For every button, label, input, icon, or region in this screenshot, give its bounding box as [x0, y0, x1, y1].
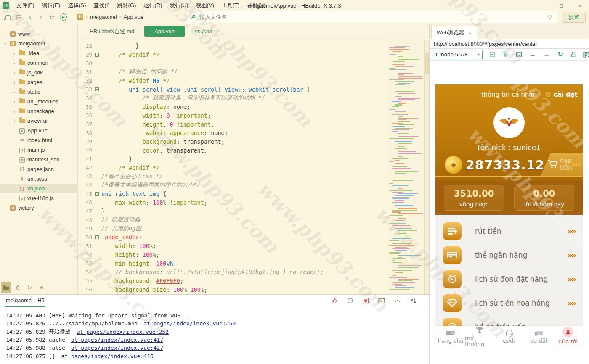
new-terminal-icon[interactable] — [378, 298, 385, 304]
scrollbar-thumb[interactable] — [425, 53, 429, 74]
chevron-collapsed-icon[interactable]: › — [12, 109, 17, 114]
tab-HBuilderX自述.md[interactable]: HBuilderX自述.md — [80, 26, 144, 37]
tree-item-App.vue[interactable]: VApp.vue — [0, 126, 77, 135]
tree-item-index.html[interactable]: <>index.html — [0, 135, 77, 145]
new-file-icon[interactable]: ▢+ — [3, 13, 13, 21]
menu-item-视图V[interactable]: 视图(V) — [192, 2, 218, 9]
menu-item-工具T[interactable]: 工具(T) — [218, 2, 244, 9]
terminal-icon[interactable] — [516, 52, 522, 58]
files-panel-icon[interactable] — [1, 282, 11, 293]
nav-item-trophy[interactable]: mở thưởng — [465, 326, 494, 346]
menu-item-文件F[interactable]: 文件(F) — [13, 2, 38, 9]
code-editor[interactable]: 28 }29 /* #endif */3031 /* 解决H5 的问题 */32… — [78, 40, 429, 294]
fold-marker-icon[interactable] — [92, 192, 101, 196]
tree-item-victory[interactable]: ›Uvictory — [0, 203, 77, 213]
menu-item-编辑E[interactable]: 编辑(E) — [38, 2, 64, 9]
nav-item-headset[interactable]: cskh — [494, 326, 524, 346]
avatar[interactable]: V — [493, 107, 525, 138]
tree-item-unpackage[interactable]: ›unpackage — [0, 106, 77, 116]
open-external-icon[interactable] — [489, 51, 496, 58]
log-source-link[interactable]: at pages/index/index.vue:250 — [143, 320, 236, 327]
nav-item-tickets[interactable]: ưu đãi — [524, 326, 553, 346]
back-icon[interactable]: ‹ — [24, 13, 35, 21]
chevron-collapsed-icon[interactable]: › — [12, 80, 17, 85]
close-icon[interactable]: × — [469, 30, 472, 36]
menu-item-跳转G[interactable]: 跳转(G) — [114, 2, 140, 9]
tree-item-uni.scss[interactable]: §uni.scss — [0, 174, 77, 184]
log-source-link[interactable]: at pages/index/index.vue:427 — [71, 345, 163, 351]
settings-icon[interactable]: ⚙ — [503, 51, 508, 58]
device-select[interactable]: iPhone 6/7/8 ▼ — [433, 50, 483, 59]
network-icon[interactable]: ⊕ — [36, 282, 46, 293]
minimize-button[interactable]: — — [533, 3, 552, 9]
menu-item-选择S[interactable]: 选择(S) — [64, 2, 90, 9]
tree-item-common[interactable]: ›common — [0, 58, 77, 68]
tree-item-vn.json[interactable]: [ ]vn.json — [0, 184, 77, 193]
refresh-icon[interactable]: ↻ — [558, 50, 563, 58]
back-icon[interactable]: ← — [529, 50, 536, 59]
chevron-collapsed-icon[interactable]: › — [12, 119, 17, 124]
log-source-link[interactable]: at pages/index/index.vue:252 — [77, 329, 169, 335]
breadcrumb-file[interactable]: App.vue — [124, 14, 144, 20]
save-icon[interactable]: ▤ — [13, 13, 24, 21]
preview-button[interactable]: 预览 — [562, 12, 586, 23]
close-button[interactable]: × — [570, 3, 589, 9]
chevron-collapsed-icon[interactable]: › — [12, 70, 17, 75]
unlock-icon[interactable] — [570, 51, 576, 58]
chevron-collapsed-icon[interactable]: › — [12, 51, 17, 56]
search-input[interactable] — [199, 14, 546, 20]
run-icon[interactable]: ▶ — [60, 13, 67, 21]
menu-item-withdraw[interactable]: rút tiền»» — [435, 219, 583, 243]
forward-icon[interactable]: › — [35, 13, 46, 21]
chevron-collapsed-icon[interactable]: › — [12, 61, 17, 66]
menu-item-查找I[interactable]: 查找(I) — [90, 2, 113, 9]
menu-item-order-history[interactable]: lịch sử đơn đặt hàng»» — [435, 267, 583, 291]
clear-icon[interactable] — [410, 298, 417, 304]
nav-item-person[interactable]: Của tôi — [553, 326, 583, 346]
tree-item-www[interactable]: ›Uwww — [0, 29, 77, 39]
tree-item-meigaomei[interactable]: ›Umeigaomei — [0, 39, 77, 48]
tree-item-uview-ui[interactable]: ›uview-ui — [0, 116, 77, 126]
filter-funnel-icon[interactable]: ▽ — [548, 14, 552, 20]
tree-item-static[interactable]: ›static — [0, 87, 77, 97]
qr-code-icon[interactable] — [583, 52, 589, 58]
sync-icon[interactable]: ↻ — [24, 282, 34, 293]
tree-item-js_sdk[interactable]: ›js_sdk — [0, 68, 77, 77]
tree-item-uni_modules[interactable]: ›uni_modules — [0, 97, 77, 106]
tree-item-manifest.json[interactable]: ✱manifest.json — [0, 155, 77, 164]
menu-item-运行R[interactable]: 运行(R) — [140, 2, 166, 9]
tab-App.vue[interactable]: App.vue — [144, 26, 185, 37]
menu-item-发行U[interactable]: 发行(U) — [166, 2, 192, 9]
breadcrumb[interactable]: U › meigaomei › App.vue — [75, 11, 180, 23]
fold-marker-icon[interactable] — [92, 235, 101, 239]
menu-item-bank-card[interactable]: thẻ ngân hàng»» — [435, 243, 583, 267]
menu-item-funds[interactable]: hồ sơ tiền vốn»» — [435, 315, 583, 326]
tree-item-main.js[interactable]: Jmain.js — [0, 145, 77, 155]
menu-item-commission[interactable]: lịch sử tiền hoa hồng»» — [435, 291, 583, 315]
fold-marker-icon[interactable] — [92, 87, 101, 91]
log-source-link[interactable]: at pages/index/index.vue:416 — [61, 353, 153, 359]
editor-scrollbar[interactable] — [424, 40, 429, 294]
chevron-collapsed-icon[interactable]: › — [3, 32, 8, 37]
file-search-box[interactable]: 🔎︎ ▽ — [187, 11, 557, 23]
chevron-collapsed-icon[interactable]: › — [12, 90, 17, 95]
stop-icon[interactable] — [363, 298, 369, 304]
debug-panel-icon[interactable] — [13, 282, 23, 293]
url-bar[interactable] — [430, 39, 589, 49]
star-icon[interactable]: ☆ — [46, 13, 57, 21]
tree-item-.idea[interactable]: ›.idea — [0, 48, 77, 58]
tree-item-pages.json[interactable]: [ ]pages.json — [0, 164, 77, 174]
collapse-icon[interactable] — [395, 298, 401, 303]
browser-tab[interactable]: Web浏览器 × — [431, 26, 477, 39]
chevron-collapsed-icon[interactable]: › — [3, 206, 8, 211]
bug-icon[interactable] — [332, 298, 338, 304]
minimap[interactable] — [387, 40, 424, 294]
forward-icon[interactable]: → — [544, 50, 551, 59]
chevron-expanded-icon[interactable]: › — [3, 41, 8, 46]
tree-item-vue-i18n.js[interactable]: Jvue-i18n.js — [0, 193, 77, 203]
settings-button[interactable]: ⚙ cài đặt — [545, 90, 578, 99]
tree-item-pages[interactable]: ›pages — [0, 77, 77, 87]
log-source-link[interactable]: at pages/index/index.vue:417 — [71, 337, 163, 343]
maximize-button[interactable]: □ — [552, 3, 570, 9]
fold-marker-icon[interactable] — [92, 53, 101, 57]
